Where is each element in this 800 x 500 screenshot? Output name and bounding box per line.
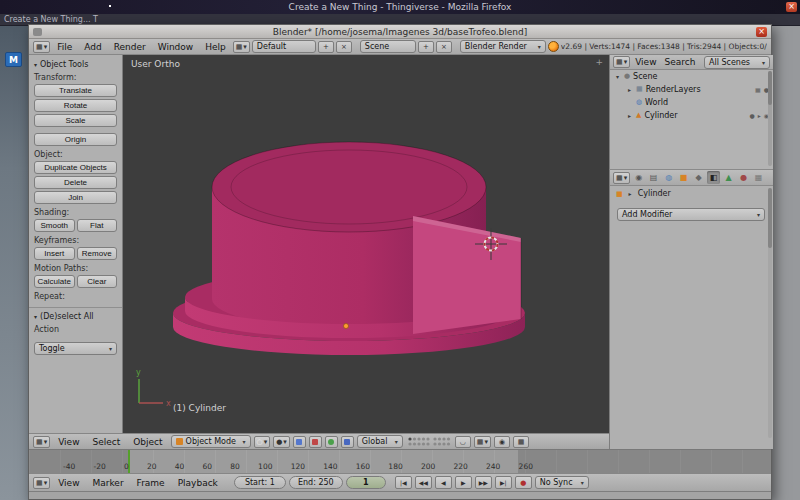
properties-scrollbar[interactable] bbox=[768, 188, 772, 438]
panel-collapse-icon[interactable]: ▾ bbox=[34, 313, 37, 320]
visibility-eye-icon[interactable]: ● bbox=[749, 112, 754, 119]
opengl-render-button[interactable]: ◉ bbox=[494, 436, 510, 448]
menu-render[interactable]: Render bbox=[109, 42, 151, 52]
outliner-row-scene[interactable]: ▾ ● Scene bbox=[610, 70, 773, 83]
outliner-view-menu[interactable]: View bbox=[632, 57, 659, 67]
snap-magnet-button[interactable]: ◡ bbox=[455, 436, 471, 448]
outliner-row-world[interactable]: ◍ World bbox=[610, 96, 773, 109]
row-label[interactable]: World bbox=[645, 98, 668, 107]
screen-layout-field[interactable]: Default bbox=[252, 40, 316, 53]
view-menu[interactable]: View bbox=[53, 437, 84, 447]
flat-button[interactable]: Flat bbox=[77, 219, 118, 232]
scale-manipulator-button[interactable] bbox=[341, 436, 354, 448]
row-label[interactable]: Cylinder bbox=[644, 111, 677, 120]
start-frame-field[interactable]: Start: 1 bbox=[234, 476, 286, 489]
constraints-tab-icon[interactable]: ◆ bbox=[692, 171, 705, 184]
object-data-tab-icon[interactable]: ▲ bbox=[722, 171, 735, 184]
duplicate-objects-button[interactable]: Duplicate Objects bbox=[34, 161, 117, 174]
scene-tab-icon[interactable]: ▤ bbox=[647, 171, 660, 184]
mode-dropdown[interactable]: Object Mode ▾ bbox=[171, 435, 251, 448]
timeline-frame-menu[interactable]: Frame bbox=[132, 478, 170, 488]
row-label[interactable]: RenderLayers bbox=[646, 85, 701, 94]
select-menu[interactable]: Select bbox=[88, 437, 126, 447]
panel-collapse-icon[interactable]: ▾ bbox=[34, 61, 37, 68]
render-engine-dropdown[interactable]: Blender Render ▾ bbox=[460, 40, 546, 53]
menu-help[interactable]: Help bbox=[200, 42, 231, 52]
viewport-3d[interactable]: y x User Ortho (1) Cylinder + bbox=[123, 55, 609, 433]
deselect-panel-header[interactable]: ▾ (De)select All bbox=[34, 312, 117, 321]
action-toggle-dropdown[interactable]: Toggle ▾ bbox=[34, 342, 117, 355]
insert-keyframe-button[interactable]: Insert bbox=[34, 247, 75, 260]
expander-icon[interactable]: ▸ bbox=[626, 112, 633, 119]
origin-button[interactable]: Origin bbox=[34, 133, 117, 146]
render-tab-icon[interactable]: ◉ bbox=[632, 171, 645, 184]
object-menu[interactable]: Object bbox=[128, 437, 167, 447]
selectability-arrow-icon[interactable]: ▸ bbox=[758, 112, 761, 119]
expander-icon[interactable]: ▾ bbox=[614, 73, 621, 80]
viewport-canvas[interactable]: y x bbox=[123, 55, 609, 433]
firefox-tab-label[interactable]: Create a New Thing... T bbox=[0, 15, 98, 24]
timeline-marker-menu[interactable]: Marker bbox=[88, 478, 129, 488]
blender-close-icon[interactable]: × bbox=[756, 27, 767, 37]
translate-button[interactable]: Translate bbox=[34, 84, 117, 97]
window-menu-icon[interactable] bbox=[33, 28, 42, 36]
translate-manipulator-button[interactable] bbox=[309, 436, 322, 448]
timeline-playback-menu[interactable]: Playback bbox=[173, 478, 223, 488]
timeline-view-menu[interactable]: View bbox=[53, 478, 84, 488]
current-frame-field[interactable]: 1 bbox=[346, 476, 386, 489]
scale-button[interactable]: Scale bbox=[34, 114, 117, 127]
editor-type-icon[interactable]: ▦ ▾ bbox=[613, 56, 630, 68]
viewport-shading-dropdown[interactable]: ○ ▾ bbox=[254, 436, 271, 448]
editor-type-icon[interactable]: ▦ ▾ bbox=[33, 41, 50, 53]
delete-button[interactable]: Delete bbox=[34, 176, 117, 189]
calculate-paths-button[interactable]: Calculate bbox=[34, 275, 75, 288]
outliner-row-renderlayers[interactable]: ▸ ▦ RenderLayers ▦ ● bbox=[610, 83, 773, 96]
firefox-titlebar[interactable]: Create a New Thing - Thingiverse - Mozil… bbox=[0, 0, 800, 14]
scene-field[interactable]: Scene bbox=[360, 40, 416, 53]
snap-element-dropdown[interactable]: ▦ ▾ bbox=[474, 436, 491, 448]
world-tab-icon[interactable]: ◍ bbox=[662, 171, 675, 184]
menu-add[interactable]: Add bbox=[79, 42, 106, 52]
previous-keyframe-button[interactable]: ◀◀ bbox=[415, 476, 432, 489]
smooth-button[interactable]: Smooth bbox=[34, 219, 75, 232]
expander-icon[interactable]: ▸ bbox=[626, 86, 633, 93]
screen-layout-browse-icon[interactable]: ▦ ▾ bbox=[233, 41, 250, 53]
editor-type-icon[interactable]: ▦ ▾ bbox=[33, 477, 50, 489]
manipulator-toggle-button[interactable] bbox=[293, 436, 306, 448]
play-reverse-button[interactable]: ◀ bbox=[435, 476, 452, 489]
firefox-close-icon[interactable]: × bbox=[786, 2, 797, 12]
object-tools-panel-header[interactable]: ▾ Object Tools bbox=[34, 60, 117, 69]
outliner-row-cylinder[interactable]: ▸ ▲ Cylinder ● ▸ ◉ bbox=[610, 109, 773, 122]
pivot-dropdown[interactable]: ● ▾ bbox=[273, 436, 290, 448]
panel-expand-icon[interactable]: + bbox=[595, 57, 603, 67]
orientation-dropdown[interactable]: Global ▾ bbox=[357, 435, 403, 448]
add-modifier-dropdown[interactable]: Add Modifier ▾ bbox=[617, 208, 765, 221]
texture-tab-icon[interactable]: ▦ bbox=[752, 171, 765, 184]
scene-delete-icon[interactable]: × bbox=[436, 41, 452, 53]
play-button[interactable]: ▶ bbox=[455, 476, 472, 489]
rotate-manipulator-button[interactable] bbox=[325, 436, 338, 448]
thingiverse-m-icon[interactable]: M bbox=[5, 52, 22, 67]
editor-type-icon[interactable]: ▦ ▾ bbox=[33, 436, 50, 448]
outliner-filter-dropdown[interactable]: All Scenes ▾ bbox=[704, 56, 770, 69]
clear-paths-button[interactable]: Clear bbox=[77, 275, 118, 288]
join-button[interactable]: Join bbox=[34, 191, 117, 204]
outliner-scrollbar[interactable] bbox=[768, 71, 772, 166]
editor-type-icon[interactable]: ▦ ▾ bbox=[613, 172, 630, 184]
remove-keyframe-button[interactable]: Remove bbox=[77, 247, 118, 260]
layout-add-icon[interactable]: + bbox=[318, 41, 334, 53]
rotate-button[interactable]: Rotate bbox=[34, 99, 117, 112]
layers-widget[interactable] bbox=[406, 436, 452, 447]
menu-window[interactable]: Window bbox=[153, 42, 199, 52]
sync-mode-dropdown[interactable]: No Sync ▾ bbox=[535, 476, 589, 489]
object-origin-dot[interactable] bbox=[344, 324, 349, 329]
object-tab-icon[interactable]: ■ bbox=[677, 171, 690, 184]
record-button[interactable]: ● bbox=[515, 476, 532, 489]
jump-to-start-button[interactable]: |◀ bbox=[395, 476, 412, 489]
next-keyframe-button[interactable]: ▶▶ bbox=[475, 476, 492, 489]
material-tab-icon[interactable]: ● bbox=[737, 171, 750, 184]
renderlayer-image-icon[interactable]: ▦ bbox=[755, 86, 761, 93]
outliner-search-menu[interactable]: Search bbox=[662, 57, 699, 67]
blender-titlebar[interactable]: Blender* [/home/josema/Imagenes 3d/baseT… bbox=[29, 25, 771, 39]
timeline-ruler[interactable]: -40 -20 0 20 40 60 80 100 120 140 160 18… bbox=[29, 449, 771, 473]
